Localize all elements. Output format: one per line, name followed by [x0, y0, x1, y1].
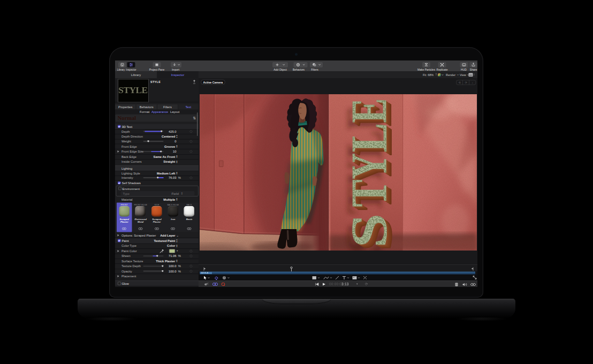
svg-text:E: E: [340, 98, 398, 123]
svg-text:Y: Y: [340, 153, 398, 179]
svg-text:L: L: [340, 123, 398, 153]
svg-text:T: T: [340, 179, 398, 207]
svg-text:S: S: [340, 214, 398, 248]
